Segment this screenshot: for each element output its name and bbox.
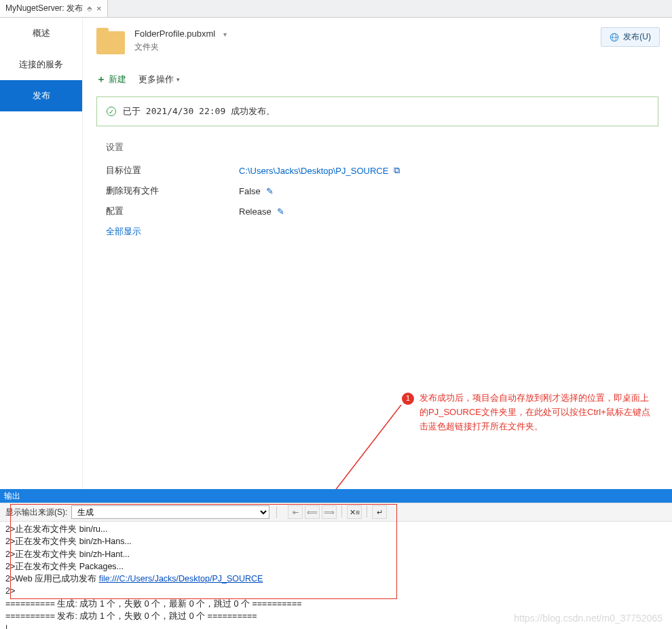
output-source-select[interactable]: 生成 (71, 505, 269, 519)
next-message-icon[interactable]: ⟹ (322, 505, 337, 519)
show-all-link[interactable]: 全部显示 (106, 226, 658, 238)
previous-message-icon[interactable]: ⟸ (305, 505, 320, 519)
configuration-value: Release (239, 206, 272, 217)
toolbar-separator (367, 505, 367, 518)
close-icon[interactable]: × (96, 3, 102, 14)
status-text: 已于 2021/4/30 22:09 成功发布。 (123, 105, 275, 118)
publish-button[interactable]: 发布(U) (601, 27, 660, 47)
setting-delete-existing: 删除现有文件 False ✎ (106, 185, 658, 197)
folder-icon (96, 31, 125, 54)
edit-icon[interactable]: ✎ (277, 206, 284, 217)
profile-file: FolderProfile.pubxml (134, 29, 215, 39)
plus-icon: ＋ (96, 73, 106, 86)
profile-header: FolderProfile.pubxml ▾ 文件夹 (96, 29, 658, 54)
output-link[interactable]: file:///C:/Users/Jacks/Desktop/PJ_SOURCE (99, 574, 263, 583)
output-toolbar: 显示输出来源(S): 生成 ⇤ ⟸ ⟹ ✕≡ ↵ (0, 503, 672, 522)
setting-label: 删除现有文件 (106, 185, 239, 197)
watermark: https://blog.csdn.net/m0_37752065 (514, 613, 662, 624)
toolbar-separator (276, 506, 277, 518)
annotation-number: 1 (402, 393, 414, 405)
setting-label: 配置 (106, 205, 239, 217)
output-text-post: 2> ========== 生成: 成功 1 个，失败 0 个，最新 0 个，跳… (5, 586, 301, 629)
settings-title: 设置 (106, 141, 658, 154)
chevron-down-icon: ▾ (176, 76, 180, 83)
setting-value: False ✎ (239, 185, 274, 197)
sidebar-item-publish[interactable]: 发布 (0, 80, 82, 111)
annotation-text: 发布成功后，项目会自动存放到刚才选择的位置，即桌面上的PJ_SOURCE文件夹里… (419, 391, 657, 433)
setting-value: C:\Users\Jacks\Desktop\PJ_SOURCE ⧉ (239, 164, 400, 177)
find-message-icon[interactable]: ⇤ (288, 505, 303, 519)
setting-label: 目标位置 (106, 164, 239, 177)
more-actions-button[interactable]: 更多操作 ▾ (138, 73, 180, 86)
tab-publish[interactable]: MyNugetServer: 发布 ⬘ × (0, 0, 108, 17)
copy-icon[interactable]: ⧉ (394, 165, 400, 176)
output-title: 输出 (4, 490, 20, 502)
pin-icon[interactable]: ⬘ (87, 5, 92, 12)
check-icon: ✓ (107, 107, 116, 116)
sidebar-item-connected-services[interactable]: 连接的服务 (0, 49, 82, 80)
document-tabs: MyNugetServer: 发布 ⬘ × (0, 0, 672, 18)
annotation-callout: 1 发布成功后，项目会自动存放到刚才选择的位置，即桌面上的PJ_SOURCE文件… (419, 391, 657, 433)
settings-section: 设置 目标位置 C:\Users\Jacks\Desktop\PJ_SOURCE… (96, 141, 658, 238)
word-wrap-icon[interactable]: ↵ (372, 505, 387, 519)
output-panel: 输出 显示输出来源(S): 生成 ⇤ ⟸ ⟹ ✕≡ ↵ 2>止在发布文件夹 bi… (0, 489, 672, 629)
edit-icon[interactable]: ✎ (266, 186, 274, 196)
new-button[interactable]: ＋ 新建 (96, 73, 126, 86)
chevron-down-icon: ▾ (223, 31, 227, 38)
setting-configuration: 配置 Release ✎ (106, 205, 658, 217)
target-location-link[interactable]: C:\Users\Jacks\Desktop\PJ_SOURCE (239, 166, 388, 176)
clear-all-icon[interactable]: ✕≡ (347, 505, 362, 519)
output-source-label: 显示输出来源(S): (5, 507, 67, 518)
sidebar-item-overview[interactable]: 概述 (0, 18, 82, 49)
output-title-bar[interactable]: 输出 (0, 489, 672, 503)
profile-toolbar: ＋ 新建 更多操作 ▾ (96, 73, 658, 86)
status-banner: ✓ 已于 2021/4/30 22:09 成功发布。 (96, 96, 658, 126)
more-actions-label: 更多操作 (138, 73, 174, 86)
delete-existing-value: False (239, 186, 261, 196)
sidebar: 概述 连接的服务 发布 (0, 18, 83, 493)
globe-icon (610, 33, 619, 42)
profile-type: 文件夹 (134, 41, 227, 53)
toolbar-separator (341, 505, 342, 518)
profile-dropdown[interactable]: FolderProfile.pubxml ▾ (134, 29, 227, 39)
setting-value: Release ✎ (239, 205, 284, 217)
setting-target-location: 目标位置 C:\Users\Jacks\Desktop\PJ_SOURCE ⧉ (106, 164, 658, 177)
publish-button-label: 发布(U) (623, 31, 651, 43)
new-button-label: 新建 (109, 73, 126, 86)
tab-title: MyNugetServer: 发布 (5, 3, 83, 14)
